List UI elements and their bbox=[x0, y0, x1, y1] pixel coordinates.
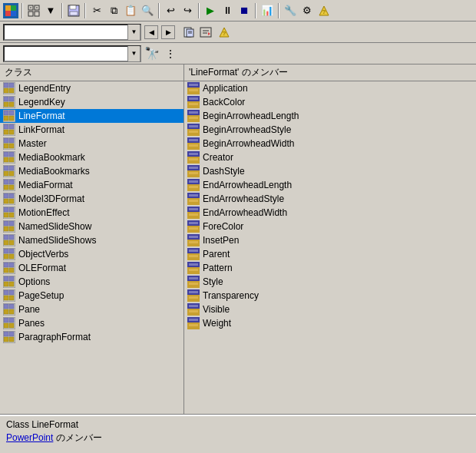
left-panel-title: クラス bbox=[5, 66, 32, 79]
svg-rect-90 bbox=[9, 254, 14, 259]
member-list-item[interactable]: ForeColor bbox=[184, 220, 476, 233]
class-list-item[interactable]: NamedSlideShows bbox=[0, 233, 183, 247]
run-button[interactable]: ▶ bbox=[203, 3, 218, 18]
svg-rect-125 bbox=[189, 89, 198, 91]
pause-button[interactable]: ⏸ bbox=[220, 3, 235, 18]
svg-rect-30 bbox=[9, 88, 14, 93]
svg-rect-37 bbox=[4, 111, 8, 115]
member-list-item[interactable]: EndArrowheadLength bbox=[184, 178, 476, 192]
member-label: Visible bbox=[203, 304, 230, 315]
grid-view-button[interactable] bbox=[26, 3, 41, 18]
class-list-item[interactable]: MotionEffect bbox=[0, 206, 183, 220]
search-dropdown-arrow[interactable]: ▼ bbox=[127, 46, 140, 61]
separator-4 bbox=[158, 3, 160, 18]
project-dropdown-arrow[interactable]: ▼ bbox=[127, 25, 140, 40]
copy-to-clipboard-button[interactable] bbox=[181, 25, 197, 40]
redo-button[interactable]: ↪ bbox=[180, 3, 195, 18]
find-button[interactable]: 🔍 bbox=[140, 3, 155, 18]
class-list-item[interactable]: Model3DFormat bbox=[0, 192, 183, 206]
svg-rect-2 bbox=[11, 5, 16, 11]
svg-rect-204 bbox=[189, 305, 198, 307]
dropdown-arrow-button[interactable]: ▼ bbox=[43, 3, 58, 18]
project-dropdown[interactable]: PowerPoint ▼ bbox=[3, 24, 141, 41]
undo-button[interactable]: ↩ bbox=[163, 3, 178, 18]
member-list-item[interactable]: EndArrowheadWidth bbox=[184, 206, 476, 220]
svg-rect-80 bbox=[9, 226, 14, 231]
member-list-item[interactable]: Creator bbox=[184, 150, 476, 164]
svg-rect-89 bbox=[4, 254, 8, 259]
class-list-item[interactable]: Panes bbox=[0, 316, 183, 330]
bottom-link[interactable]: PowerPoint bbox=[6, 432, 53, 443]
class-list-item[interactable]: Options bbox=[0, 275, 183, 289]
search-input[interactable] bbox=[5, 48, 127, 59]
class-list-item[interactable]: MediaBookmarks bbox=[0, 164, 183, 178]
class-list-item[interactable]: LegendEntry bbox=[0, 81, 183, 95]
stop-button[interactable]: ⏹ bbox=[236, 3, 252, 18]
view-definition-button[interactable] bbox=[198, 25, 213, 40]
member-list-item[interactable]: InsetPen bbox=[184, 233, 476, 247]
member-list-item[interactable]: DashStyle bbox=[184, 164, 476, 178]
class-list-item[interactable]: LineFormat bbox=[0, 109, 183, 123]
tools-button2[interactable]: ⚙ bbox=[299, 3, 315, 18]
member-list-item[interactable]: Parent bbox=[184, 247, 476, 261]
class-list-item[interactable]: ObjectVerbs bbox=[0, 247, 183, 261]
svg-rect-174 bbox=[189, 222, 198, 224]
class-list-item[interactable]: LegendKey bbox=[0, 95, 183, 109]
class-list-item[interactable]: NamedSlideShow bbox=[0, 220, 183, 233]
svg-rect-113 bbox=[9, 318, 14, 322]
member-list-item[interactable]: EndArrowheadStyle bbox=[184, 192, 476, 206]
svg-rect-117 bbox=[4, 332, 8, 336]
member-list-item[interactable]: Transparency bbox=[184, 289, 476, 303]
class-list-item[interactable]: OLEFormat bbox=[0, 261, 183, 275]
class-label: Pane bbox=[18, 304, 40, 315]
cut-button[interactable]: ✂ bbox=[89, 3, 104, 18]
svg-rect-159 bbox=[189, 180, 198, 183]
class-list-item[interactable]: MediaFormat bbox=[0, 178, 183, 192]
svg-rect-155 bbox=[189, 172, 198, 174]
svg-rect-93 bbox=[9, 263, 14, 267]
separator-7 bbox=[278, 3, 279, 18]
tools-button1[interactable]: 🔧 bbox=[283, 3, 298, 18]
copy-button[interactable]: ⧉ bbox=[106, 3, 121, 18]
member-list-item[interactable]: Application bbox=[184, 81, 476, 95]
right-panel-header: 'LineFormat' のメンバー bbox=[184, 64, 476, 81]
class-list-item[interactable]: Pane bbox=[0, 303, 183, 316]
class-list[interactable]: LegendEntry LegendKey LineFormat LinkFor… bbox=[0, 81, 183, 414]
svg-rect-130 bbox=[189, 103, 198, 105]
class-label: ParagraphFormat bbox=[18, 332, 91, 342]
member-list-item[interactable]: BeginArrowheadWidth bbox=[184, 137, 476, 150]
svg-rect-190 bbox=[189, 269, 198, 271]
save-button[interactable] bbox=[66, 3, 81, 18]
nav-back-button[interactable]: ◀ bbox=[144, 25, 158, 39]
bottom-area: Class LineFormat PowerPoint のメンバー bbox=[0, 415, 476, 453]
class-list-item[interactable]: Master bbox=[0, 137, 183, 150]
member-list-item[interactable]: Pattern bbox=[184, 261, 476, 275]
binoculars-button[interactable]: 🔭 bbox=[144, 46, 160, 61]
paste-button[interactable]: 📋 bbox=[123, 3, 138, 18]
class-list-item[interactable]: MediaBookmark bbox=[0, 150, 183, 164]
member-list-item[interactable]: BeginArrowheadLength bbox=[184, 109, 476, 123]
svg-rect-12 bbox=[70, 5, 76, 9]
class-list-item[interactable]: LinkFormat bbox=[0, 123, 183, 137]
class-list-item[interactable]: ParagraphFormat bbox=[0, 330, 183, 344]
nav-forward-button[interactable]: ▶ bbox=[161, 25, 175, 39]
svg-rect-149 bbox=[189, 153, 198, 155]
help-context-button[interactable]: ? bbox=[217, 25, 232, 40]
member-list-item[interactable]: BackColor bbox=[184, 95, 476, 109]
svg-rect-27 bbox=[4, 83, 8, 88]
class-list-item[interactable]: PageSetup bbox=[0, 289, 183, 303]
svg-rect-1 bbox=[5, 5, 11, 11]
member-list-item[interactable]: Weight bbox=[184, 316, 476, 330]
search-combo[interactable]: ▼ bbox=[3, 45, 141, 62]
member-list-item[interactable]: Style bbox=[184, 275, 476, 289]
member-list[interactable]: Application BackColor BeginArrowheadLeng… bbox=[184, 81, 476, 414]
project-input[interactable]: PowerPoint bbox=[5, 27, 127, 38]
class-label: NamedSlideShows bbox=[18, 235, 96, 246]
class-label: Master bbox=[18, 138, 47, 149]
member-list-item[interactable]: Visible bbox=[184, 303, 476, 316]
class-label: LineFormat bbox=[18, 111, 65, 121]
help-button[interactable]: ? bbox=[316, 3, 332, 18]
filter-button[interactable]: ⋮ bbox=[163, 46, 178, 61]
member-list-item[interactable]: BeginArrowheadStyle bbox=[184, 123, 476, 137]
chart-button[interactable]: 📊 bbox=[259, 3, 275, 18]
